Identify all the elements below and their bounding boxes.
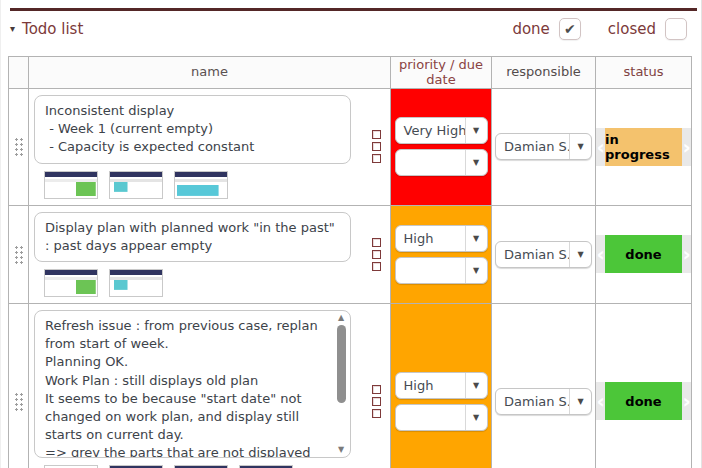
header-status: status <box>596 57 692 89</box>
responsible-select[interactable]: Damian S. ▼ <box>495 241 592 268</box>
square-icon <box>372 130 381 139</box>
drag-handle-icon[interactable] <box>14 392 24 411</box>
check-icon: ✔ <box>564 21 576 37</box>
priority-select-value: High <box>396 231 465 246</box>
closed-checkbox[interactable] <box>665 18 687 40</box>
status-cell: ‹ done › <box>596 205 692 303</box>
status-prev-icon[interactable]: ‹ <box>596 128 605 166</box>
status-switcher: ‹ done › <box>596 382 691 420</box>
square-icon <box>372 385 381 394</box>
status-prev-icon[interactable]: ‹ <box>596 235 605 273</box>
square-icon <box>372 409 381 418</box>
todo-name-textarea[interactable]: Display plan with planned work "in the p… <box>34 212 351 262</box>
status-cell: ‹ done › <box>596 303 692 468</box>
scroll-up-icon[interactable]: ▲ <box>338 314 344 322</box>
attachment-thumbnails <box>44 171 362 199</box>
handle-cell <box>9 205 29 303</box>
name-cell: Display plan with planned work "in the p… <box>29 205 391 303</box>
header-handle-column <box>9 57 29 89</box>
closed-filter: closed <box>608 18 687 40</box>
attachment-thumbnails <box>44 269 362 297</box>
square-icon <box>372 154 381 163</box>
attachment-thumbnail[interactable] <box>109 171 163 199</box>
handle-cell <box>9 303 29 468</box>
responsible-cell: Damian S. ▼ <box>492 205 596 303</box>
square-icon <box>372 262 381 271</box>
dropdown-arrow-icon: ▼ <box>465 226 487 251</box>
responsible-select[interactable]: Damian S. ▼ <box>495 388 592 415</box>
drag-handle-icon[interactable] <box>14 137 24 156</box>
todo-name-textarea[interactable]: Inconsistent display - Week 1 (current e… <box>34 95 351 164</box>
dropdown-arrow-icon: ▼ <box>465 258 487 283</box>
row-actions[interactable] <box>362 385 390 418</box>
attachment-thumbnail[interactable] <box>174 171 228 199</box>
header-responsible: responsible <box>492 57 596 89</box>
responsible-select[interactable]: Damian S. ▼ <box>495 133 592 160</box>
table-row: Display plan with planned work "in the p… <box>9 205 692 303</box>
scrollbar[interactable]: ▲ ▼ <box>335 314 347 454</box>
square-icon <box>372 397 381 406</box>
status-next-icon[interactable]: › <box>682 235 691 273</box>
due-date-select[interactable]: ▼ <box>395 257 488 284</box>
attachment-thumbnail[interactable] <box>44 171 98 199</box>
dropdown-arrow-icon: ▼ <box>569 242 591 267</box>
header-name: name <box>29 57 391 89</box>
status-next-icon[interactable]: › <box>682 382 691 420</box>
attachment-thumbnail[interactable] <box>44 269 98 297</box>
responsible-select-value: Damian S. <box>496 247 569 262</box>
priority-select[interactable]: High ▼ <box>395 225 488 252</box>
status-switcher: ‹ done › <box>596 235 691 273</box>
status-badge[interactable]: done <box>605 382 682 420</box>
square-icon <box>372 142 381 151</box>
panel-title-group: ▾ Todo list <box>10 20 512 38</box>
filter-group: done ✔ closed <box>512 18 687 40</box>
priority-select-value: High <box>396 378 465 393</box>
todo-name-textarea[interactable]: Refresh issue : from previous case, repl… <box>34 310 351 458</box>
status-badge[interactable]: in progress <box>605 128 682 166</box>
dropdown-arrow-icon: ▼ <box>465 150 487 175</box>
header-row: name priority / due date responsible sta… <box>9 57 692 89</box>
collapse-caret-icon[interactable]: ▾ <box>10 24 15 34</box>
responsible-cell: Damian S. ▼ <box>492 303 596 468</box>
priority-select-value: Very High <box>396 123 465 138</box>
priority-cell: High ▼ ▼ <box>391 205 492 303</box>
priority-cell: High ▼ ▼ <box>391 303 492 468</box>
drag-handle-icon[interactable] <box>14 245 24 264</box>
attachment-thumbnail[interactable] <box>109 269 163 297</box>
status-next-icon[interactable]: › <box>682 128 691 166</box>
responsible-select-value: Damian S. <box>496 394 569 409</box>
status-cell: ‹ in progress › <box>596 89 692 206</box>
responsible-cell: Damian S. ▼ <box>492 89 596 206</box>
header-priority-due-date: priority / due date <box>391 57 492 89</box>
closed-filter-label: closed <box>608 20 656 38</box>
square-icon <box>372 238 381 247</box>
scrollbar-thumb[interactable] <box>337 325 346 403</box>
priority-cell: Very High ▼ ▼ <box>391 89 492 206</box>
scroll-down-icon[interactable]: ▼ <box>338 446 344 454</box>
due-date-select[interactable]: ▼ <box>395 149 488 176</box>
dropdown-arrow-icon: ▼ <box>569 134 591 159</box>
row-actions[interactable] <box>362 130 390 163</box>
table-row: Inconsistent display - Week 1 (current e… <box>9 89 692 206</box>
table-row: Refresh issue : from previous case, repl… <box>9 303 692 468</box>
status-switcher: ‹ in progress › <box>596 128 691 166</box>
priority-select[interactable]: High ▼ <box>395 372 488 399</box>
row-actions[interactable] <box>362 238 390 271</box>
name-cell: Refresh issue : from previous case, repl… <box>29 303 391 468</box>
panel-title: Todo list <box>22 20 83 38</box>
status-prev-icon[interactable]: ‹ <box>596 382 605 420</box>
dropdown-arrow-icon: ▼ <box>465 373 487 398</box>
done-filter: done ✔ <box>512 18 580 40</box>
name-cell: Inconsistent display - Week 1 (current e… <box>29 89 391 206</box>
responsible-select-value: Damian S. <box>496 139 569 154</box>
todo-table: name priority / due date responsible sta… <box>8 56 692 468</box>
dropdown-arrow-icon: ▼ <box>465 405 487 430</box>
handle-cell <box>9 89 29 206</box>
done-checkbox[interactable]: ✔ <box>559 18 581 40</box>
todo-list-panel-header: ▾ Todo list done ✔ closed <box>10 8 697 40</box>
dropdown-arrow-icon: ▼ <box>569 389 591 414</box>
status-badge[interactable]: done <box>605 235 682 273</box>
priority-select[interactable]: Very High ▼ <box>395 117 488 144</box>
due-date-select[interactable]: ▼ <box>395 404 488 431</box>
dropdown-arrow-icon: ▼ <box>465 118 487 143</box>
